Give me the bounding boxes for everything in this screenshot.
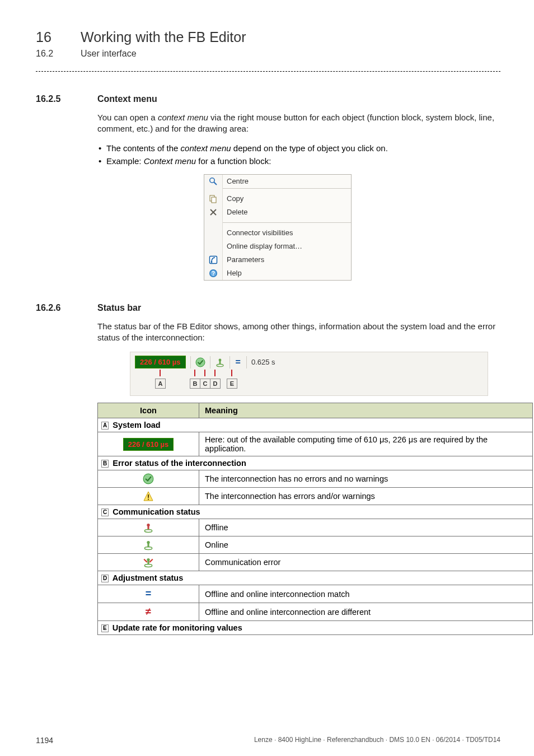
text: Example: [106, 156, 144, 166]
group-label: Update rate for monitoring values [113, 623, 242, 632]
online-icon [215, 357, 225, 367]
context-menu-item-params[interactable]: Parameters [204, 253, 351, 267]
svg-line-29 [149, 559, 153, 562]
context-menu-label: Online display format… [222, 242, 302, 250]
text: The contents of the [106, 143, 181, 153]
context-menu-label: Copy [222, 194, 243, 203]
svg-point-27 [144, 564, 152, 567]
cell-offline-icon [98, 519, 199, 536]
context-menu-bullets: The contents of the context menu depend … [97, 143, 500, 166]
text: for a function block: [196, 156, 271, 166]
cell-notequals-meaning: Offline and online interconnection are d… [199, 603, 533, 621]
text: depend on the type of object you click o… [231, 143, 388, 153]
cell-commerr-icon [98, 554, 199, 571]
separator [210, 356, 210, 368]
subsection-number: 16.2.6 [36, 303, 76, 313]
group-key: E [101, 624, 109, 632]
group-comm-status: C Communication status [98, 505, 533, 519]
footer-right: Lenze · 8400 HighLine · Referenzhandbuch… [254, 736, 500, 745]
context-menu-label: Connector visibilities [222, 228, 293, 237]
svg-point-7 [211, 261, 213, 263]
label-A: A [155, 379, 166, 389]
cell-load-badge: 226 / 610 µs [98, 432, 199, 456]
context-menu-item-odfmt[interactable]: Online display format… [204, 240, 351, 253]
cell-warning-meaning: The interconnection has errors and/or wa… [199, 488, 533, 505]
svg-text:?: ? [212, 270, 215, 276]
subsection-title: Context menu [97, 94, 157, 104]
copy-icon [204, 194, 222, 203]
context-menu-item-help[interactable]: ? Help [204, 267, 351, 280]
bullet-item: Example: Context menu for a function blo… [97, 156, 500, 166]
context-menu-label: Parameters [222, 255, 264, 264]
text: You can open a [97, 113, 158, 122]
svg-rect-3 [212, 197, 216, 203]
status-bar-intro: The status bar of the FB Editor shows, a… [97, 321, 500, 344]
load-badge: 226 / 610 µs [135, 356, 186, 368]
context-menu-item-delete[interactable]: Delete [204, 206, 351, 219]
cell-offline-meaning: Offline [199, 519, 533, 536]
group-label: Communication status [113, 507, 200, 516]
label-E: E [227, 379, 237, 389]
load-badge: 226 / 610 µs [123, 438, 174, 451]
cell-online-meaning: Online [199, 536, 533, 554]
parameters-icon [204, 255, 222, 264]
cell-notequals-icon: ≠ [98, 603, 199, 621]
group-update-rate: E Update rate for monitoring values [98, 621, 533, 635]
text-em: Context menu [144, 156, 196, 166]
subsection-heading-status-bar: 16.2.6 Status bar [36, 303, 500, 313]
page-footer: 1194 Lenze · 8400 HighLine · Referenzhan… [36, 736, 500, 745]
svg-point-14 [217, 364, 223, 366]
svg-rect-18 [148, 499, 149, 500]
delete-icon [204, 208, 222, 216]
separator [190, 356, 191, 368]
group-key: B [101, 460, 109, 468]
group-key: D [101, 575, 109, 582]
label-D: D [210, 379, 221, 389]
label-C: C [200, 379, 210, 389]
separator [246, 356, 247, 368]
equals-icon: = [235, 357, 242, 367]
svg-point-24 [144, 547, 152, 550]
status-bar-mock: 226 / 610 µs = 0.625 s A B C D [130, 352, 488, 396]
divider [36, 71, 500, 72]
subsection-title: Status bar [97, 303, 141, 313]
group-adj-status: D Adjustment status [98, 571, 533, 585]
group-label: Error status of the interconnection [113, 459, 246, 468]
chapter-title: Working with the FB Editor [81, 29, 246, 45]
svg-point-15 [143, 474, 153, 484]
status-label-row: A B C D E [135, 370, 483, 389]
page-number: 1194 [36, 736, 53, 745]
cell-ok-icon [98, 470, 199, 488]
cell-equals-icon: = [98, 585, 199, 603]
cell-equals-meaning: Offline and online interconnection match [199, 585, 533, 603]
magnifier-icon [204, 177, 222, 186]
context-menu-item-connvis[interactable]: Connector visibilities [204, 226, 351, 240]
context-menu-item-centre[interactable]: Centre [204, 175, 351, 188]
status-icons-table: Icon Meaning A System load 226 / 610 µs … [97, 403, 533, 635]
svg-rect-6 [210, 256, 217, 263]
context-menu-item-copy[interactable]: Copy [204, 192, 351, 206]
group-label: Adjustment status [113, 573, 184, 582]
label-B: B [190, 379, 200, 389]
section-number: 16.2 [36, 49, 59, 59]
cell-ok-meaning: The interconnection has no errors and no… [199, 470, 533, 488]
text-em: context menu [158, 113, 208, 122]
th-icon: Icon [98, 403, 199, 418]
cell-online-icon [98, 536, 199, 554]
svg-point-0 [210, 178, 214, 182]
group-system-load: A System load [98, 418, 533, 432]
subsection-number: 16.2.5 [36, 94, 76, 104]
svg-line-28 [144, 559, 147, 562]
context-menu-label: Centre [222, 177, 249, 185]
help-icon: ? [204, 269, 222, 278]
context-menu-mock: Centre Copy Delete Connector visibilitie… [204, 174, 352, 281]
group-error-status: B Error status of the interconnection [98, 456, 533, 470]
context-menu-label: Delete [222, 208, 248, 216]
context-menu-intro: You can open a context menu via the righ… [97, 112, 500, 135]
cell-load-meaning: Here: out of the available computing tim… [199, 432, 533, 456]
subsection-heading-context-menu: 16.2.5 Context menu [36, 94, 500, 104]
cell-commerr-meaning: Communication error [199, 554, 533, 571]
section-heading: 16.2 User interface [36, 49, 500, 59]
cell-warning-icon [98, 488, 199, 505]
chapter-heading: 16 Working with the FB Editor [36, 29, 500, 45]
